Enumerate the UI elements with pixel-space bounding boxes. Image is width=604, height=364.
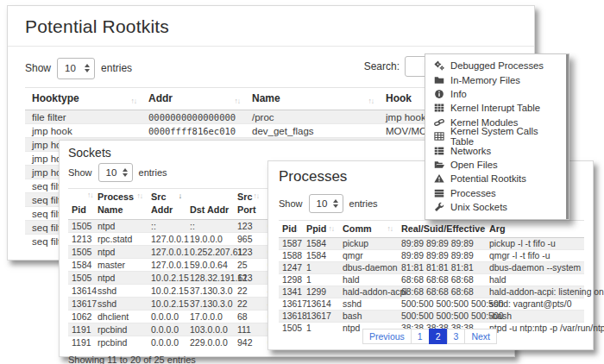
menu-item[interactable]: Open Files: [425, 158, 569, 172]
cell-pid: 1505: [68, 272, 94, 285]
sort-icon[interactable]: ↑↓: [368, 97, 374, 105]
cell-pid: 1588: [279, 250, 303, 262]
menu-item[interactable]: Unix Sockets: [425, 200, 569, 214]
cell-process-name: rpcbind: [94, 336, 148, 349]
sort-icon[interactable]: ↓: [478, 224, 481, 233]
column-header-src-port[interactable]: Src Port↑↓: [234, 189, 264, 220]
cell-src-port: 22: [234, 285, 264, 298]
sort-icon[interactable]: ↑↓: [137, 191, 143, 201]
show-label: Show: [68, 167, 92, 178]
cell-pid: 1587: [279, 238, 303, 250]
cell-comm: dbus-daemon: [339, 262, 398, 274]
column-header-pid[interactable]: Pid↑↓: [279, 221, 303, 238]
sort-icon[interactable]: ↑↓: [293, 224, 299, 233]
select-arrows-icon: [85, 64, 90, 72]
page-number-button[interactable]: 3: [447, 329, 466, 344]
cell-arg: sshd: vagrant@pts/0: [486, 298, 584, 311]
next-page-button[interactable]: Next: [464, 329, 497, 344]
page-size-select[interactable]: 10: [98, 163, 133, 182]
sort-icon[interactable]: ↓: [179, 191, 181, 201]
desktop-canvas: Potential Rootkits Show 10 entries Searc…: [0, 0, 604, 364]
cell-src-addr: 0.0.0.0: [148, 311, 186, 323]
menu-item-label: In-Memory Files: [450, 75, 520, 85]
cell-ppid: 1584: [303, 238, 339, 250]
cell-ids: 500:500 500:500 500:500: [398, 311, 486, 323]
sort-icon[interactable]: ↑↓: [131, 97, 137, 105]
cell-pid: 1191: [68, 323, 94, 336]
column-header-src-addr[interactable]: Src Addr↓: [148, 189, 186, 220]
cell-process-name: dhclient: [94, 311, 148, 323]
navigation-dropdown-menu: Debugged Processes In-Memory Files Info …: [425, 53, 569, 220]
column-header-comm[interactable]: Comm↑↓: [339, 221, 398, 238]
table-row[interactable]: 1298 1 hald 68:68 68:68 68:68 hald: [279, 274, 584, 286]
processes-table: Pid↑↓ Ppid↑↓ Comm↑↓ Real/Suid/Effective↓…: [279, 220, 584, 334]
sort-icon[interactable]: ↑↓: [254, 191, 260, 201]
menu-scrollbar[interactable]: [566, 54, 569, 219]
menu-item-label: Networks: [450, 146, 491, 156]
column-header-addr[interactable]: Addr↑↓: [142, 88, 245, 110]
entries-label: entries: [349, 198, 378, 209]
column-header-arg[interactable]: Arg: [486, 221, 584, 238]
column-header-hooktype[interactable]: Hooktype↑↓: [25, 88, 142, 110]
cell-comm: bash: [339, 311, 398, 323]
menu-item[interactable]: Kernel Interupt Table: [425, 101, 569, 115]
column-header-ppid[interactable]: Ppid↑↓: [303, 221, 339, 238]
menu-item[interactable]: In-Memory Files: [425, 72, 569, 86]
title-divider: [8, 46, 534, 47]
cell-pid: 1341: [279, 286, 303, 298]
cell-dst-addr: 128.32.191.61: [186, 272, 234, 285]
menu-item[interactable]: Potential Rootkits: [425, 172, 569, 185]
table-row[interactable]: 1588 1584 qmgr 89:89 89:89 89:89 qmgr -l…: [279, 250, 584, 262]
cell-pid: 1213: [68, 233, 94, 246]
cell-arg: qmgr -l -t fifo -u: [486, 250, 584, 262]
tasks-icon: [434, 188, 444, 198]
table-row[interactable]: 1341 1299 hald-addon-acpi 68:68 68:68 68…: [279, 286, 584, 298]
cell-src-port: 111: [234, 323, 264, 336]
page-size-value: 10: [65, 63, 76, 73]
cell-dst-addr: 19.0.0.0: [186, 233, 234, 246]
warning-triangle-icon: [434, 173, 444, 184]
cell-ppid: 1299: [303, 286, 339, 298]
cell-pid: 1584: [68, 259, 94, 272]
cell-src-addr: 10.0.2.15: [148, 272, 186, 285]
page-number-button[interactable]: 2: [429, 329, 448, 344]
cell-pid: 13617: [68, 298, 94, 311]
cell-pid: 13618: [279, 311, 303, 323]
column-header-ids[interactable]: Real/Suid/Effective↓: [398, 221, 486, 238]
menu-item[interactable]: Kernel System Calls Table: [425, 129, 569, 143]
menu-item-label: Kernel Interupt Table: [450, 103, 540, 113]
cell-ids: 81:81 81:81 81:81: [398, 262, 486, 274]
cell-comm: hald: [339, 274, 398, 286]
page-size-select[interactable]: 10: [309, 194, 343, 213]
sort-icon[interactable]: ↑↓: [387, 224, 393, 233]
cogs-icon: [434, 60, 444, 71]
cell-comm: sshd: [339, 298, 398, 311]
column-header-dst-addr[interactable]: Dst Addr: [186, 189, 234, 220]
cell-arg: dbus-daemon --system: [486, 262, 584, 274]
table-row[interactable]: 13618 13617 bash 500:500 500:500 500:500…: [279, 311, 584, 323]
page-size-select[interactable]: 10: [57, 58, 95, 79]
column-header-name[interactable]: Name↑↓: [245, 88, 379, 110]
cell-comm: qmgr: [339, 250, 398, 262]
sort-icon[interactable]: ↑↓: [235, 97, 241, 105]
cell-pid: 1062: [68, 311, 94, 323]
cell-arg: ntpd -u ntp:ntp -p /var/run/ntpd.: [486, 323, 584, 335]
table-row[interactable]: 1247 1 dbus-daemon 81:81 81:81 81:81 dbu…: [279, 262, 584, 274]
menu-item[interactable]: Processes: [425, 186, 569, 200]
page-number-button[interactable]: 1: [411, 329, 430, 344]
menu-item[interactable]: Debugged Processes: [425, 59, 569, 72]
menu-item[interactable]: Info: [425, 87, 569, 101]
wrench-icon: [434, 202, 444, 212]
table-row[interactable]: 13617 13614 sshd 500:500 500:500 500:500…: [279, 298, 584, 311]
info-circle-icon: [434, 89, 444, 99]
sort-icon[interactable]: ↑↓: [87, 191, 93, 200]
cell-process-name: rpcbind: [94, 323, 148, 336]
page-title: Potential Rootkits: [25, 16, 517, 37]
column-header-pid[interactable]: ↑↓Pid: [68, 189, 94, 220]
previous-page-button[interactable]: Previous: [362, 329, 412, 344]
cell-dst-addr: ::: [186, 220, 234, 233]
column-header-process-name[interactable]: Process Name↑↓: [94, 189, 148, 220]
cell-ppid: 13617: [303, 311, 339, 323]
sort-icon[interactable]: ↑↓: [329, 224, 335, 233]
table-row[interactable]: 1587 1584 pickup 89:89 89:89 89:89 picku…: [279, 238, 584, 250]
